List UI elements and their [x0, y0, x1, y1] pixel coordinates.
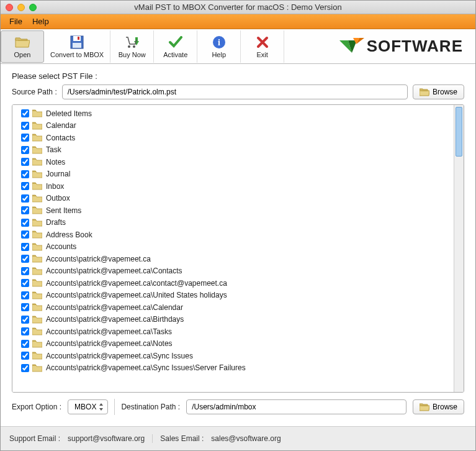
destination-path-label: Destination Path : — [121, 403, 180, 411]
tree-item-checkbox[interactable] — [21, 182, 29, 190]
tree-item-label: Accounts\patrick@vapemeet.ca\Sync Issues… — [46, 363, 246, 372]
info-icon: i — [212, 35, 227, 50]
toolbar: Open Convert to MBOX Buy Now Activate i … — [1, 29, 475, 64]
export-format-select[interactable]: MBOX — [68, 399, 108, 414]
tree-item[interactable]: Accounts\patrick@vapemeet.ca\contact@vap… — [12, 277, 454, 289]
export-option-label: Export Option : — [12, 403, 61, 411]
tree-item[interactable]: Calendar — [12, 120, 454, 132]
sales-email-value: sales@vsoftware.org — [211, 434, 281, 443]
tree-item[interactable]: Contacts — [12, 132, 454, 144]
help-label: Help — [212, 51, 226, 58]
tree-item[interactable]: Drafts — [12, 217, 454, 229]
tree-item[interactable]: Accounts\patrick@vapemeet.ca\Birthdays — [12, 314, 454, 326]
svg-point-5 — [128, 45, 130, 48]
tree-item[interactable]: Accounts\patrick@vapemeet.ca\Tasks — [12, 326, 454, 338]
scrollbar-thumb[interactable] — [456, 107, 462, 157]
tree-item-checkbox[interactable] — [21, 340, 29, 348]
source-path-label: Source Path : — [12, 88, 57, 96]
folder-open-icon — [15, 35, 30, 50]
folder-icon — [420, 403, 429, 411]
tree-item-checkbox[interactable] — [21, 364, 29, 372]
folder-icon — [32, 182, 42, 190]
tree-item[interactable]: Accounts\patrick@vapemeet.ca\Notes — [12, 338, 454, 350]
open-label: Open — [14, 51, 31, 58]
tree-item[interactable]: Accounts\patrick@vapemeet.ca\Sync Issues… — [12, 362, 454, 375]
tree-item-checkbox[interactable] — [21, 327, 29, 335]
open-button[interactable]: Open — [1, 30, 44, 63]
activate-button[interactable]: Activate — [154, 30, 197, 63]
tree-item-checkbox[interactable] — [21, 109, 29, 117]
tree-item-label: Deleted Items — [46, 109, 92, 118]
convert-button[interactable]: Convert to MBOX — [44, 30, 110, 63]
tree-item-checkbox[interactable] — [21, 194, 29, 203]
tree-item-checkbox[interactable] — [21, 243, 29, 251]
tree-item[interactable]: Accounts\patrick@vapemeet.ca — [12, 253, 454, 265]
tree-item[interactable]: Inbox — [12, 180, 454, 193]
folder-icon — [32, 230, 42, 239]
buy-now-button[interactable]: Buy Now — [110, 30, 154, 63]
tree-item-label: Contacts — [46, 134, 75, 142]
tree-item-label: Accounts\patrick@vapemeet.ca\Notes — [46, 339, 173, 348]
tree-item[interactable]: Accounts\patrick@vapemeet.ca\United Stat… — [12, 289, 454, 302]
tree-item-checkbox[interactable] — [21, 170, 29, 178]
browse-label: Browse — [433, 403, 457, 411]
browse-source-button[interactable]: Browse — [413, 84, 464, 99]
tree-item-checkbox[interactable] — [21, 230, 29, 239]
svg-rect-3 — [73, 43, 81, 48]
tree-item[interactable]: Journal — [12, 168, 454, 181]
tree-item-label: Accounts\patrick@vapemeet.ca\United Stat… — [46, 291, 227, 299]
tree-item-checkbox[interactable] — [21, 267, 29, 275]
tree-item[interactable]: Accounts — [12, 241, 454, 253]
tree-item[interactable]: Notes — [12, 156, 454, 168]
tree-item-label: Address Book — [46, 230, 92, 239]
folder-icon — [32, 316, 42, 324]
tree-item-checkbox[interactable] — [21, 122, 29, 130]
tree-item[interactable]: Accounts\patrick@vapemeet.ca\Sync Issues — [12, 350, 454, 362]
folder-icon — [32, 255, 42, 263]
scrollbar[interactable] — [454, 105, 464, 392]
tree-item[interactable]: Address Book — [12, 229, 454, 241]
tree-item-checkbox[interactable] — [21, 134, 29, 142]
tree-item[interactable]: Outbox — [12, 193, 454, 205]
tree-item-label: Drafts — [46, 218, 66, 227]
tree-item-checkbox[interactable] — [21, 291, 29, 299]
destination-path-input[interactable] — [186, 399, 406, 414]
tree-item-checkbox[interactable] — [21, 146, 29, 154]
tree-item[interactable]: Deleted Items — [12, 107, 454, 120]
convert-label: Convert to MBOX — [50, 51, 104, 58]
exit-button[interactable]: Exit — [241, 30, 284, 63]
tree-item-checkbox[interactable] — [21, 303, 29, 311]
folder-icon — [32, 267, 42, 275]
window-title: vMail PST to MBOX Converter for macOS : … — [1, 2, 475, 12]
tree-item-checkbox[interactable] — [21, 352, 29, 360]
help-button[interactable]: i Help — [197, 30, 241, 63]
folder-icon — [32, 340, 42, 348]
tree-item-label: Accounts\patrick@vapemeet.ca\Contacts — [46, 266, 182, 275]
folder-icon — [32, 194, 42, 203]
source-path-input[interactable] — [62, 84, 408, 99]
support-email-value: support@vsoftware.org — [68, 434, 145, 443]
tree-item[interactable]: Accounts\patrick@vapemeet.ca\Contacts — [12, 265, 454, 278]
tree-item-checkbox[interactable] — [21, 206, 29, 214]
save-icon — [70, 35, 84, 50]
tree-item[interactable]: Sent Items — [12, 204, 454, 217]
tree-item[interactable]: Accounts\patrick@vapemeet.ca\Calendar — [12, 301, 454, 314]
folder-icon — [32, 219, 42, 227]
folder-icon — [420, 88, 429, 96]
tree-item[interactable]: Task — [12, 144, 454, 157]
tree-item-label: Outbox — [46, 194, 70, 203]
footer: Support Email : support@vsoftware.org Sa… — [1, 426, 475, 450]
tree-item-label: Accounts\patrick@vapemeet.ca\Birthdays — [46, 315, 184, 324]
tree-item-checkbox[interactable] — [21, 316, 29, 324]
brand-text: SOFTWARE — [367, 37, 463, 56]
browse-destination-button[interactable]: Browse — [413, 399, 464, 414]
tree-item-checkbox[interactable] — [21, 219, 29, 227]
menubar: File Help — [1, 14, 475, 29]
tree-item-checkbox[interactable] — [21, 158, 29, 166]
tree-item-checkbox[interactable] — [21, 255, 29, 263]
tree-item-label: Inbox — [46, 182, 64, 191]
menu-file[interactable]: File — [4, 16, 27, 27]
menu-help[interactable]: Help — [27, 16, 54, 27]
tree-item-checkbox[interactable] — [21, 279, 29, 287]
tree-item-label: Sent Items — [46, 206, 81, 215]
